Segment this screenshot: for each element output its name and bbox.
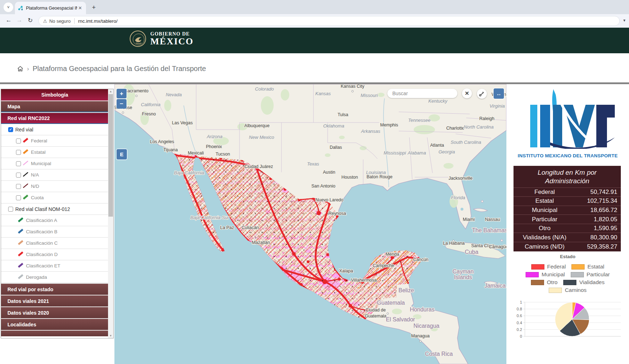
map-city-dot: [387, 313, 389, 315]
layer-row[interactable]: Clasificación B: [1, 226, 108, 238]
layer-row[interactable]: Municipal: [1, 158, 108, 169]
layer-checkbox[interactable]: [16, 173, 21, 178]
layer-checkbox[interactable]: [16, 161, 21, 166]
sidebar-section-mapa[interactable]: Mapa: [1, 100, 108, 112]
breadcrumb-bar: › Plataforma Geoespacial para la Gestión…: [0, 53, 629, 84]
layer-label: Clasificación C: [26, 240, 58, 246]
url-text[interactable]: rnc.imt.mx/tablero/: [78, 18, 118, 24]
row-label: Estatal: [514, 197, 576, 205]
omnibox-caret-icon[interactable]: ▼: [623, 18, 626, 22]
legend-item[interactable]: Particular: [571, 271, 610, 278]
layer-label: Clasificación B: [26, 229, 58, 234]
legend-item[interactable]: Estatal: [571, 264, 604, 270]
map-city-label: Los Angeles: [150, 139, 174, 144]
sidebar-section-red-vial-por-estado[interactable]: Red vial por estado: [1, 283, 108, 295]
map-city-label: Atlanta: [430, 143, 444, 148]
map-state-label: Georgia: [439, 149, 455, 154]
legend-item[interactable]: Caminos: [549, 287, 586, 293]
legend-item[interactable]: Otro: [531, 279, 558, 286]
map-state-label: California: [141, 102, 161, 107]
layer-label: Cuota: [31, 195, 44, 200]
map-city-dot: [453, 240, 455, 242]
breadcrumb: › Plataforma Geoespacial para la Gestión…: [17, 65, 206, 73]
security-label[interactable]: No seguro: [49, 18, 71, 24]
map-city-dot: [122, 112, 124, 114]
line-swatch-icon: [22, 172, 29, 179]
route-icon: [478, 90, 485, 97]
map-city-label: Houston: [342, 175, 358, 180]
sidebar-scrollbar[interactable]: ▲ ▼: [108, 89, 113, 338]
scroll-up-icon[interactable]: ▲: [108, 89, 113, 94]
layer-checkbox[interactable]: [16, 150, 21, 155]
layer-row[interactable]: Clasificación A: [1, 215, 108, 226]
sidebar-section-red-vial-rnc2022[interactable]: Red vial RNC2022: [1, 112, 108, 124]
row-value: 50,742.91: [576, 189, 621, 196]
browser-tab[interactable]: Plataforma Geoespacial IMT ✕: [15, 2, 86, 14]
line-swatch-icon: [22, 137, 29, 145]
back-button[interactable]: ←: [6, 17, 12, 24]
route-button[interactable]: [477, 89, 487, 99]
legend-swatch: [531, 280, 544, 285]
scroll-down-icon[interactable]: ▼: [108, 333, 113, 338]
sidebar-section-datos-viales-2021[interactable]: Datos viales 2021: [1, 295, 108, 306]
map-city-label: Raleigh: [479, 116, 494, 121]
legend-item[interactable]: Vialidades: [563, 279, 604, 286]
legend-label: Vialidades: [579, 279, 604, 286]
legend-item[interactable]: Federal: [531, 264, 566, 270]
layer-checkbox[interactable]: [16, 138, 21, 143]
legend-swatch: [571, 272, 584, 277]
layer-row[interactable]: ✓Red vial: [1, 124, 108, 135]
tab-close-icon[interactable]: ✕: [77, 5, 83, 11]
layer-checkbox[interactable]: ✓: [8, 127, 13, 132]
search-input[interactable]: [392, 90, 453, 97]
sidebar-section-datos-viales-2020[interactable]: Datos viales 2020: [1, 306, 108, 318]
map-city-label: San Antonio: [311, 184, 335, 189]
sidebar-section-localidades[interactable]: Localidades: [1, 318, 108, 330]
clear-search-button[interactable]: ✕: [462, 88, 472, 98]
layer-row[interactable]: Red vial Clasif NOM-012: [1, 203, 108, 215]
gov-logo[interactable]: GOBIERNO DE MÉXICO: [130, 31, 194, 47]
map-country-label: Jamaica: [484, 283, 506, 289]
table-row: Otro1,590.95: [514, 224, 621, 233]
row-value: 529,358.27: [576, 243, 621, 250]
row-value: 102,715.34: [576, 197, 621, 205]
zoom-out-button[interactable]: −: [117, 99, 127, 109]
layer-checkbox[interactable]: [8, 207, 13, 212]
zoom-in-button[interactable]: +: [117, 89, 127, 98]
layer-row[interactable]: Federal: [1, 135, 108, 147]
layer-row[interactable]: Derogada: [1, 272, 108, 283]
layer-checkbox[interactable]: [16, 195, 21, 200]
line-swatch-icon: [17, 251, 24, 258]
sidebar-header[interactable]: Simbología: [1, 89, 108, 100]
svg-text:0.4: 0.4: [517, 321, 522, 325]
sidebar-section-partial[interactable]: [1, 330, 108, 336]
forward-button[interactable]: →: [16, 17, 22, 24]
edit-tool-button[interactable]: E: [117, 149, 127, 159]
layer-row[interactable]: Clasificación D: [1, 249, 108, 260]
map-city-label: Cancún: [413, 257, 428, 262]
layer-row[interactable]: N/D: [1, 181, 108, 192]
layer-row[interactable]: Clasificación C: [1, 238, 108, 249]
layer-row[interactable]: Clasificación ET: [1, 260, 108, 272]
map-viewport[interactable]: SacramentoSan JoseFresnoLas VegasLos Ang…: [114, 84, 506, 364]
tab-search-button[interactable]: ˅: [4, 2, 13, 12]
map-state-label: Florida: [451, 195, 465, 200]
layer-checkbox[interactable]: [16, 184, 21, 189]
legend-swatch: [549, 288, 562, 293]
resize-panel-button[interactable]: ↔: [494, 88, 504, 99]
reload-button[interactable]: ↻: [28, 17, 33, 24]
layer-row[interactable]: Estatal: [1, 147, 108, 158]
map-zoom-control: + −: [117, 89, 127, 109]
map-city-dot: [420, 341, 421, 342]
row-label: Particular: [514, 216, 576, 223]
home-icon[interactable]: [17, 66, 23, 72]
map-country-label: Costa Rica: [425, 351, 453, 357]
map-country-label: El Salvador: [386, 316, 415, 322]
new-tab-button[interactable]: +: [90, 3, 98, 12]
legend-item[interactable]: Municipal: [526, 271, 565, 278]
scrollbar-thumb[interactable]: [108, 94, 113, 217]
map-city-label: Campeche: [373, 263, 394, 268]
layer-row[interactable]: Cuota: [1, 192, 108, 203]
layer-row[interactable]: N/A: [1, 169, 108, 181]
address-bar[interactable]: ⚠ No seguro rnc.imt.mx/tablero/: [38, 16, 620, 26]
